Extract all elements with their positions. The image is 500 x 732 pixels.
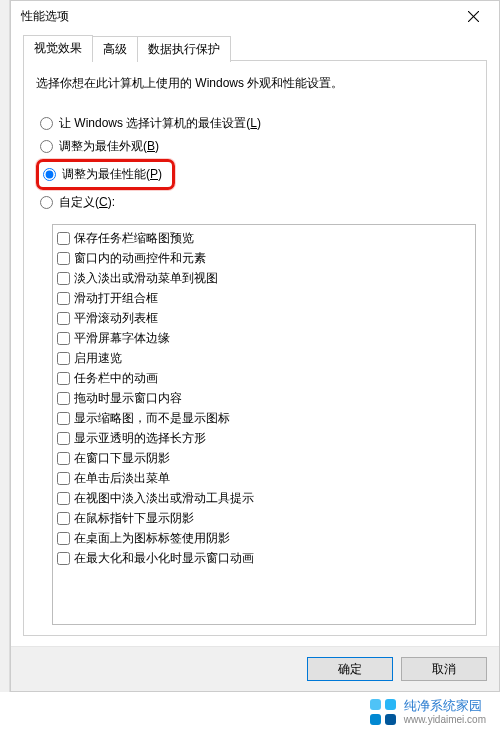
checklist-checkbox[interactable] (57, 392, 70, 405)
checklist-checkbox[interactable] (57, 492, 70, 505)
checklist-item[interactable]: 在鼠标指针下显示阴影 (57, 508, 471, 528)
tab-strip: 视觉效果 高级 数据执行保护 (23, 35, 487, 61)
radio-group: 让 Windows 选择计算机的最佳设置(L) 调整为最佳外观(B) 调整为最佳… (36, 112, 474, 214)
radio-auto[interactable]: 让 Windows 选择计算机的最佳设置(L) (36, 112, 474, 135)
radio-best-performance[interactable]: 调整为最佳性能(P) (43, 166, 162, 183)
radio-best-performance-input[interactable] (43, 168, 56, 181)
description-text: 选择你想在此计算机上使用的 Windows 外观和性能设置。 (36, 75, 474, 92)
checklist-checkbox[interactable] (57, 332, 70, 345)
checklist-checkbox[interactable] (57, 412, 70, 425)
highlight-annotation: 调整为最佳性能(P) (36, 159, 175, 190)
checklist-label: 平滑屏幕字体边缘 (74, 329, 170, 347)
checklist-item[interactable]: 在单击后淡出菜单 (57, 468, 471, 488)
checklist-label: 在单击后淡出菜单 (74, 469, 170, 487)
checklist-checkbox[interactable] (57, 452, 70, 465)
tab-label: 数据执行保护 (148, 42, 220, 56)
checklist-item[interactable]: 平滑滚动列表框 (57, 308, 471, 328)
checklist-label: 显示缩略图，而不是显示图标 (74, 409, 230, 427)
tab-visual-effects[interactable]: 视觉效果 (23, 35, 93, 61)
checklist-item[interactable]: 显示缩略图，而不是显示图标 (57, 408, 471, 428)
radio-label: 调整为最佳性能(P) (62, 166, 162, 183)
watermark: 纯净系统家园 www.yidaimei.com (0, 692, 500, 732)
checklist-checkbox[interactable] (57, 552, 70, 565)
checklist-label: 在桌面上为图标标签使用阴影 (74, 529, 230, 547)
checklist-label: 在窗口下显示阴影 (74, 449, 170, 467)
checklist-checkbox[interactable] (57, 472, 70, 485)
close-icon (468, 11, 479, 22)
watermark-url: www.yidaimei.com (404, 714, 486, 726)
checklist-label: 拖动时显示窗口内容 (74, 389, 182, 407)
radio-best-look[interactable]: 调整为最佳外观(B) (36, 135, 474, 158)
checklist-checkbox[interactable] (57, 432, 70, 445)
radio-custom-input[interactable] (40, 196, 53, 209)
checklist-item[interactable]: 淡入淡出或滑动菜单到视图 (57, 268, 471, 288)
checklist-checkbox[interactable] (57, 532, 70, 545)
checklist-checkbox[interactable] (57, 292, 70, 305)
checklist-label: 滑动打开组合框 (74, 289, 158, 307)
ok-button[interactable]: 确定 (307, 657, 393, 681)
checklist-label: 平滑滚动列表框 (74, 309, 158, 327)
checklist-item[interactable]: 窗口内的动画控件和元素 (57, 248, 471, 268)
radio-custom[interactable]: 自定义(C): (36, 191, 474, 214)
checklist-item[interactable]: 在桌面上为图标标签使用阴影 (57, 528, 471, 548)
checklist-item[interactable]: 任务栏中的动画 (57, 368, 471, 388)
checklist-item[interactable]: 平滑屏幕字体边缘 (57, 328, 471, 348)
checklist-checkbox[interactable] (57, 372, 70, 385)
dialog-button-bar: 确定 取消 (11, 646, 499, 691)
cancel-button[interactable]: 取消 (401, 657, 487, 681)
close-button[interactable] (453, 2, 493, 30)
tab-panel-visual-effects: 选择你想在此计算机上使用的 Windows 外观和性能设置。 让 Windows… (23, 60, 487, 636)
radio-label: 自定义(C): (59, 194, 115, 211)
checklist-checkbox[interactable] (57, 232, 70, 245)
checklist-checkbox[interactable] (57, 272, 70, 285)
tab-advanced[interactable]: 高级 (92, 36, 138, 62)
watermark-text: 纯净系统家园 www.yidaimei.com (404, 698, 486, 726)
titlebar: 性能选项 (11, 1, 499, 31)
checklist-label: 显示亚透明的选择长方形 (74, 429, 206, 447)
radio-best-look-input[interactable] (40, 140, 53, 153)
performance-options-dialog: 性能选项 视觉效果 高级 数据执行保护 选择你想在此计算机上使用的 Window… (10, 0, 500, 692)
checklist-item[interactable]: 保存任务栏缩略图预览 (57, 228, 471, 248)
tab-label: 视觉效果 (34, 41, 82, 55)
window-title: 性能选项 (21, 8, 453, 25)
dialog-content: 视觉效果 高级 数据执行保护 选择你想在此计算机上使用的 Windows 外观和… (11, 31, 499, 646)
checklist-item[interactable]: 滑动打开组合框 (57, 288, 471, 308)
checklist-checkbox[interactable] (57, 252, 70, 265)
checklist-checkbox[interactable] (57, 312, 70, 325)
checklist-checkbox[interactable] (57, 352, 70, 365)
tab-label: 高级 (103, 42, 127, 56)
checklist-item[interactable]: 在窗口下显示阴影 (57, 448, 471, 468)
checklist-label: 任务栏中的动画 (74, 369, 158, 387)
watermark-brand: 纯净系统家园 (404, 698, 486, 714)
checklist-item[interactable]: 拖动时显示窗口内容 (57, 388, 471, 408)
checklist-item[interactable]: 启用速览 (57, 348, 471, 368)
checklist-label: 在最大化和最小化时显示窗口动画 (74, 549, 254, 567)
checklist-item[interactable]: 显示亚透明的选择长方形 (57, 428, 471, 448)
background-strip (0, 0, 10, 692)
checklist-label: 启用速览 (74, 349, 122, 367)
checklist-label: 窗口内的动画控件和元素 (74, 249, 206, 267)
checklist-checkbox[interactable] (57, 512, 70, 525)
tab-dep[interactable]: 数据执行保护 (137, 36, 231, 62)
checklist-item[interactable]: 在视图中淡入淡出或滑动工具提示 (57, 488, 471, 508)
checklist-label: 在鼠标指针下显示阴影 (74, 509, 194, 527)
watermark-logo-icon (370, 699, 396, 725)
radio-label: 让 Windows 选择计算机的最佳设置(L) (59, 115, 261, 132)
radio-label: 调整为最佳外观(B) (59, 138, 159, 155)
checklist-label: 在视图中淡入淡出或滑动工具提示 (74, 489, 254, 507)
visual-effects-checklist[interactable]: 保存任务栏缩略图预览窗口内的动画控件和元素淡入淡出或滑动菜单到视图滑动打开组合框… (52, 224, 476, 625)
checklist-label: 保存任务栏缩略图预览 (74, 229, 194, 247)
checklist-item[interactable]: 在最大化和最小化时显示窗口动画 (57, 548, 471, 568)
radio-auto-input[interactable] (40, 117, 53, 130)
checklist-label: 淡入淡出或滑动菜单到视图 (74, 269, 218, 287)
